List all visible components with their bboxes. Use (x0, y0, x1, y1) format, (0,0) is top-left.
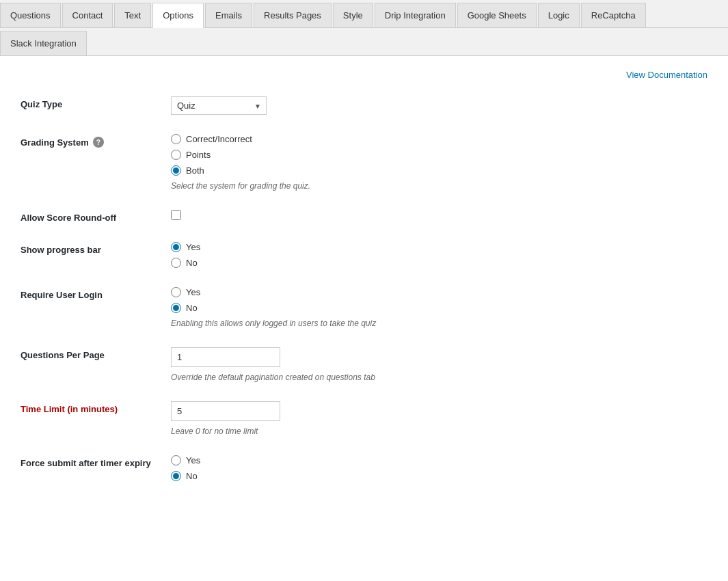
tab-options[interactable]: Options (152, 3, 204, 28)
time-limit-control: Leave 0 for no time limit (171, 401, 707, 436)
tab-questions[interactable]: Questions (0, 3, 61, 27)
force-submit-yes[interactable]: Yes (171, 455, 707, 465)
questions-per-page-hint: Override the default pagination created … (171, 373, 707, 382)
allow-score-roundoff-control (171, 210, 707, 220)
grading-system-hint: Select the system for grading the quiz. (171, 181, 707, 191)
show-progress-bar-label: Show progress bar (21, 242, 171, 255)
show-progress-bar-section: Show progress bar Yes No (21, 242, 707, 268)
quiz-type-control: Quiz Survey Assessment ▼ (171, 96, 707, 115)
tab-emails[interactable]: Emails (205, 3, 252, 27)
time-limit-section: Time Limit (in minutes) Leave 0 for no t… (21, 401, 707, 436)
progress-bar-yes-radio[interactable] (171, 242, 181, 252)
force-submit-control: Yes No (171, 455, 707, 481)
grading-both-radio[interactable] (171, 165, 181, 176)
grading-system-section: Grading System ? Correct/Incorrect Point… (21, 134, 707, 191)
time-limit-hint: Leave 0 for no time limit (171, 427, 707, 436)
tab-drip-integration[interactable]: Drip Integration (375, 3, 456, 27)
force-submit-no-radio[interactable] (171, 471, 181, 481)
quiz-type-select[interactable]: Quiz Survey Assessment (171, 96, 267, 115)
quiz-type-label: Quiz Type (21, 96, 171, 109)
allow-score-roundoff-label: Allow Score Round-off (21, 210, 171, 223)
view-documentation-link[interactable]: View Documentation (21, 70, 707, 80)
tab-logic[interactable]: Logic (538, 3, 580, 27)
grading-both[interactable]: Both (171, 165, 707, 176)
user-login-yes[interactable]: Yes (171, 287, 707, 297)
allow-score-roundoff-section: Allow Score Round-off (21, 210, 707, 223)
quiz-type-select-wrap: Quiz Survey Assessment ▼ (171, 96, 267, 115)
tab-slack-integration[interactable]: Slack Integration (0, 31, 87, 55)
force-submit-radio-group: Yes No (171, 455, 707, 481)
allow-score-roundoff-checkbox-label[interactable] (171, 210, 707, 220)
questions-per-page-input[interactable] (171, 347, 280, 367)
quiz-type-section: Quiz Type Quiz Survey Assessment ▼ (21, 96, 707, 115)
questions-per-page-control: Override the default pagination created … (171, 347, 707, 382)
show-progress-bar-control: Yes No (171, 242, 707, 268)
questions-per-page-label: Questions Per Page (21, 347, 171, 360)
require-user-login-control: Yes No Enabling this allows only logged … (171, 287, 707, 328)
progress-bar-yes[interactable]: Yes (171, 242, 707, 252)
grading-system-label: Grading System ? (21, 134, 171, 148)
tab-contact[interactable]: Contact (62, 3, 113, 27)
require-user-login-label: Require User Login (21, 287, 171, 300)
user-login-yes-radio[interactable] (171, 287, 181, 297)
user-login-no-radio[interactable] (171, 303, 181, 313)
user-login-no[interactable]: No (171, 303, 707, 313)
force-submit-yes-radio[interactable] (171, 455, 181, 465)
tabs-row1: Questions Contact Text Options Emails Re… (0, 0, 728, 28)
tabs-row2: Slack Integration (0, 28, 728, 56)
grading-system-control: Correct/Incorrect Points Both Select the… (171, 134, 707, 191)
require-user-login-section: Require User Login Yes No Enabling this … (21, 287, 707, 328)
tab-recaptcha[interactable]: ReCaptcha (581, 3, 646, 27)
progress-bar-no[interactable]: No (171, 258, 707, 268)
time-limit-label: Time Limit (in minutes) (21, 401, 171, 414)
require-user-login-radio-group: Yes No (171, 287, 707, 313)
grading-points[interactable]: Points (171, 150, 707, 160)
grading-correct-incorrect[interactable]: Correct/Incorrect (171, 134, 707, 144)
grading-correct-incorrect-radio[interactable] (171, 134, 181, 144)
questions-per-page-section: Questions Per Page Override the default … (21, 347, 707, 382)
force-submit-label: Force submit after timer expiry (21, 455, 171, 468)
allow-score-roundoff-checkbox[interactable] (171, 210, 181, 220)
grading-system-help-icon[interactable]: ? (93, 137, 104, 148)
show-progress-bar-radio-group: Yes No (171, 242, 707, 268)
grading-system-radio-group: Correct/Incorrect Points Both (171, 134, 707, 176)
tab-results-pages[interactable]: Results Pages (254, 3, 332, 27)
force-submit-no[interactable]: No (171, 471, 707, 481)
time-limit-input[interactable] (171, 401, 280, 421)
tab-text[interactable]: Text (114, 3, 151, 27)
tab-google-sheets[interactable]: Google Sheets (457, 3, 537, 27)
grading-points-radio[interactable] (171, 150, 181, 160)
progress-bar-no-radio[interactable] (171, 258, 181, 268)
force-submit-section: Force submit after timer expiry Yes No (21, 455, 707, 481)
content-area: View Documentation Quiz Type Quiz Survey… (0, 56, 728, 581)
tab-style[interactable]: Style (333, 3, 373, 27)
require-user-login-hint: Enabling this allows only logged in user… (171, 319, 707, 328)
